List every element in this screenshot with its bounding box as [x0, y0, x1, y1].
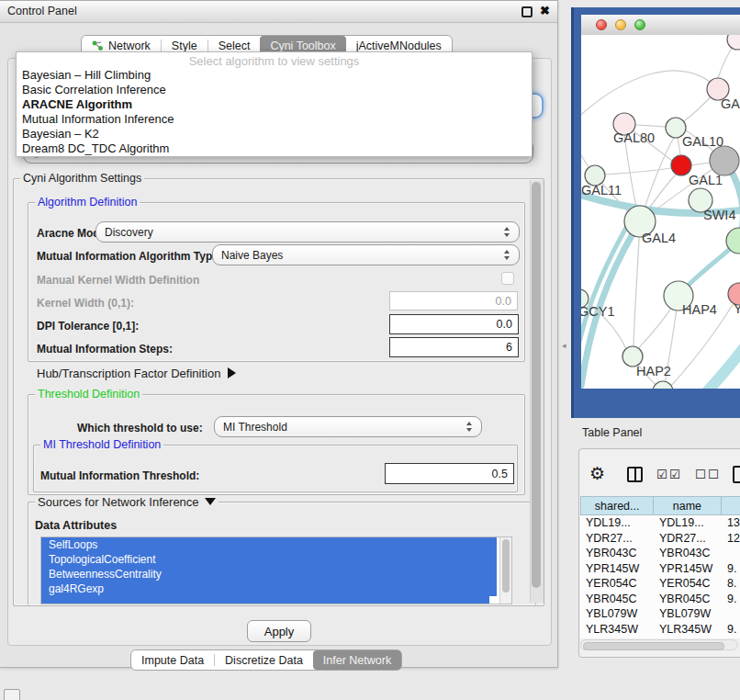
- mi-steps-value: 6: [506, 341, 512, 354]
- attribute-item-selected[interactable]: TopologicalCoefficient: [41, 552, 497, 567]
- document-icon[interactable]: [733, 466, 740, 483]
- table-scrollbar-thumb[interactable]: [583, 642, 724, 650]
- table-cell: YBL079W: [580, 607, 654, 620]
- checked-checkboxes-icon[interactable]: ☑☑: [656, 467, 682, 481]
- stepper-arrows-icon: [504, 250, 510, 260]
- mi-steps-field[interactable]: 6: [389, 337, 519, 357]
- mi-threshold-field[interactable]: 0.5: [385, 463, 514, 484]
- network-view-window: GALGAL80GAL10GAL1GAL11SWI4GAL4GCY1HAP4YH…: [571, 7, 740, 418]
- tab-label: Infer Network: [323, 654, 391, 667]
- table-panel-title: Table Panel: [582, 426, 642, 439]
- tab-label: Select: [219, 40, 251, 52]
- network-canvas[interactable]: GALGAL80GAL10GAL1GAL11SWI4GAL4GCY1HAP4YH…: [581, 35, 740, 389]
- apply-button[interactable]: Apply: [247, 620, 311, 642]
- split-columns-icon[interactable]: [627, 467, 643, 482]
- float-window-icon[interactable]: [521, 6, 533, 17]
- node-label: HAP2: [636, 364, 671, 378]
- manual-kernel-checkbox[interactable]: [501, 272, 514, 285]
- network-graph: GALGAL80GAL10GAL1GAL11SWI4GAL4GCY1HAP4YH…: [581, 35, 740, 389]
- settings-scrollbar-thumb[interactable]: [532, 182, 541, 588]
- mi-threshold-label: Mutual Information Threshold:: [40, 469, 199, 482]
- table-header-row: shared... name: [580, 496, 740, 515]
- close-traffic-light-icon[interactable]: [596, 19, 607, 30]
- mi-threshold-group-title: MI Threshold Definition: [40, 438, 163, 451]
- table-row[interactable]: YER054CYER054C8.: [580, 576, 740, 592]
- tab-label: Impute Data: [141, 654, 204, 667]
- attribute-item-selected[interactable]: SelfLoops: [41, 537, 497, 552]
- dpi-tolerance-label: DPI Tolerance [0,1]:: [37, 320, 139, 333]
- expanded-arrow-icon: [205, 498, 216, 505]
- data-attributes-list[interactable]: SelfLoopsTopologicalCoefficientBetweenne…: [40, 536, 512, 604]
- hub-definition-expander[interactable]: Hub/Transcription Factor Definition: [37, 367, 236, 380]
- tab-label: Discretize Data: [225, 654, 303, 667]
- attribute-item-selected[interactable]: BetweennessCentrality: [41, 567, 497, 581]
- table-cell: YDL19...: [654, 516, 722, 529]
- table-cell: YPR145W: [654, 562, 722, 575]
- list-scrollbar-thumb[interactable]: [502, 539, 510, 593]
- sources-expander[interactable]: Sources for Network Inference: [35, 495, 219, 509]
- table-row[interactable]: YLR345WYLR345W9.: [580, 622, 740, 638]
- list-scrollbar[interactable]: [499, 537, 511, 604]
- mi-steps-label: Mutual Information Steps:: [37, 343, 173, 356]
- column-header[interactable]: shared...: [581, 497, 654, 514]
- table-cell: YLR345W: [580, 623, 654, 636]
- tab-label: Network: [108, 40, 151, 52]
- table-cell: 9: [722, 638, 740, 638]
- network-node[interactable]: [710, 146, 739, 175]
- control-panel-window: Control Panel ✖ Network Style Select Cyn…: [0, 0, 558, 668]
- bottom-tabbar: Impute Data Discretize Data Infer Networ…: [130, 649, 402, 671]
- node-label: GAL11: [581, 183, 622, 198]
- table-row[interactable]: YDL19...YDL19...13: [580, 515, 740, 531]
- column-header[interactable]: [722, 497, 740, 514]
- attribute-item-selected[interactable]: [41, 596, 489, 604]
- zoom-traffic-light-icon[interactable]: [634, 19, 645, 30]
- dpi-tolerance-field[interactable]: 0.0: [389, 314, 519, 334]
- which-threshold-combo[interactable]: MI Threshold: [214, 416, 482, 437]
- table-cell: 12: [722, 532, 740, 545]
- minimized-panel-icon[interactable]: [4, 689, 20, 700]
- mi-type-value: Naive Bayes: [221, 249, 283, 262]
- network-window-titlebar: [581, 15, 740, 36]
- manual-kernel-label: Manual Kernel Width Definition: [37, 274, 199, 287]
- tab-label: Cyni Toolbox: [270, 40, 335, 52]
- node-label: HAP4: [682, 302, 717, 317]
- kernel-width-field[interactable]: 0.0: [389, 291, 518, 310]
- attribute-item-selected[interactable]: gal4RGexp: [41, 581, 497, 596]
- aracne-mode-value: Discovery: [105, 226, 153, 239]
- table-row[interactable]: YBR045CYBR045C9.: [580, 592, 740, 607]
- table-row[interactable]: YPR145WYPR145W9.: [580, 561, 740, 577]
- aracne-mode-combo[interactable]: Discovery: [95, 221, 520, 243]
- algorithm-option[interactable]: Dream8 DC_TDC Algorithm: [17, 141, 532, 156]
- algorithm-dropdown-popup: Select algorithm to view settings Bayesi…: [16, 51, 533, 157]
- window-title: Control Panel: [7, 5, 77, 17]
- gear-icon[interactable]: ⚙: [589, 465, 605, 482]
- table-cell: YBR045C: [580, 593, 654, 605]
- splitpane-handle-icon[interactable]: ◂: [562, 341, 566, 350]
- stepper-arrows-icon: [504, 227, 510, 237]
- mi-type-combo[interactable]: Naive Bayes: [212, 244, 520, 265]
- column-header[interactable]: name: [654, 497, 721, 514]
- network-node[interactable]: [653, 381, 673, 389]
- dropdown-item-list: Bayesian – Hill ClimbingBasic Correlatio…: [17, 68, 532, 156]
- algorithm-option[interactable]: ARACNE Algorithm: [17, 97, 532, 112]
- table-row[interactable]: YDR27...YDR27...12: [580, 531, 740, 547]
- screen: Control Panel ✖ Network Style Select Cyn…: [0, 0, 740, 700]
- close-icon[interactable]: ✖: [540, 5, 550, 17]
- tab-discretize-data[interactable]: Discretize Data: [215, 650, 313, 670]
- network-edge: [581, 71, 718, 119]
- unchecked-checkboxes-icon[interactable]: ☐☐: [695, 467, 721, 481]
- network-node[interactable]: [727, 35, 740, 50]
- table-row[interactable]: YBR043CYBR043C: [580, 546, 740, 561]
- algorithm-option[interactable]: Mutual Information Inference: [17, 112, 532, 127]
- which-threshold-value: MI Threshold: [223, 421, 287, 434]
- algorithm-option[interactable]: Basic Correlation Inference: [17, 83, 532, 97]
- table-cell: YIL052C: [654, 638, 722, 638]
- tab-impute-data[interactable]: Impute Data: [131, 650, 214, 670]
- table-horizontal-scrollbar[interactable]: [580, 639, 738, 650]
- tab-infer-network[interactable]: Infer Network: [313, 650, 401, 670]
- table-row[interactable]: YBL079WYBL079W: [580, 606, 740, 622]
- minimize-traffic-light-icon[interactable]: [615, 19, 626, 30]
- algorithm-option[interactable]: Bayesian – Hill Climbing: [17, 68, 532, 83]
- algorithm-option[interactable]: Bayesian – K2: [17, 127, 532, 141]
- table-row[interactable]: YIL052CYIL052C9: [580, 637, 740, 638]
